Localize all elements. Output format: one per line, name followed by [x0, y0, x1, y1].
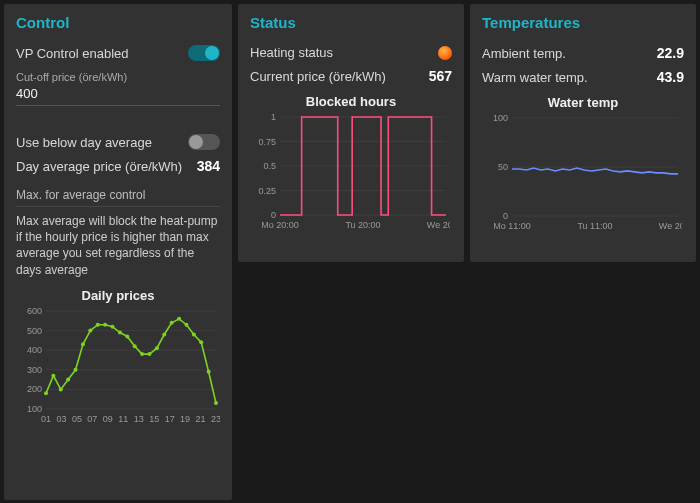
svg-text:11: 11: [118, 414, 128, 424]
heating-status-label: Heating status: [250, 45, 333, 60]
warm-water-value: 43.9: [657, 69, 684, 85]
svg-point-47: [214, 401, 218, 405]
svg-text:0.75: 0.75: [258, 137, 276, 147]
svg-point-38: [147, 352, 151, 356]
heating-status-indicator: [438, 46, 452, 60]
control-title: Control: [16, 14, 220, 31]
max-avg-help: Max average will block the heat-pump if …: [16, 213, 220, 278]
use-below-label: Use below day average: [16, 135, 152, 150]
svg-text:01: 01: [41, 414, 51, 424]
svg-text:200: 200: [27, 384, 42, 394]
svg-text:We 20:00: We 20:00: [659, 221, 682, 231]
svg-point-45: [199, 340, 203, 344]
svg-point-37: [140, 352, 144, 356]
svg-text:19: 19: [180, 414, 190, 424]
svg-point-35: [125, 334, 129, 338]
svg-point-24: [44, 391, 48, 395]
svg-text:Mo 20:00: Mo 20:00: [261, 220, 299, 230]
svg-point-40: [162, 332, 166, 336]
svg-point-36: [133, 344, 137, 348]
svg-text:300: 300: [27, 365, 42, 375]
day-avg-value: 384: [197, 158, 220, 174]
svg-text:23: 23: [211, 414, 220, 424]
max-avg-header: Max. for average control: [16, 188, 220, 207]
svg-text:400: 400: [27, 345, 42, 355]
svg-text:13: 13: [134, 414, 144, 424]
temperatures-title: Temperatures: [482, 14, 684, 31]
svg-point-29: [81, 342, 85, 346]
ambient-temp-value: 22.9: [657, 45, 684, 61]
temperatures-panel: Temperatures Ambient temp. 22.9 Warm wat…: [470, 4, 696, 262]
use-below-toggle[interactable]: [188, 134, 220, 150]
cutoff-label: Cut-off price (öre/kWh): [16, 71, 220, 83]
svg-text:05: 05: [72, 414, 82, 424]
blocked-hours-title: Blocked hours: [250, 94, 452, 109]
day-avg-label: Day average price (öre/kWh): [16, 159, 182, 174]
svg-point-28: [74, 368, 78, 372]
svg-text:0: 0: [271, 210, 276, 220]
vp-control-toggle[interactable]: [188, 45, 220, 61]
svg-text:Tu 11:00: Tu 11:00: [577, 221, 612, 231]
svg-text:1: 1: [271, 112, 276, 122]
svg-text:0.5: 0.5: [263, 161, 276, 171]
svg-text:17: 17: [165, 414, 175, 424]
control-panel: Control VP Control enabled Cut-off price…: [4, 4, 232, 500]
svg-text:07: 07: [87, 414, 97, 424]
cutoff-input[interactable]: [16, 83, 220, 106]
svg-point-31: [96, 322, 100, 326]
daily-prices-chart: 1002003004005006000103050709111315171921…: [16, 305, 220, 425]
status-title: Status: [250, 14, 452, 31]
svg-point-30: [88, 328, 92, 332]
svg-text:15: 15: [149, 414, 159, 424]
svg-point-26: [59, 387, 63, 391]
svg-text:100: 100: [27, 404, 42, 414]
water-temp-chart: 050100Mo 11:00Tu 11:00We 20:00: [482, 112, 682, 232]
ambient-temp-label: Ambient temp.: [482, 46, 566, 61]
current-price-value: 567: [429, 68, 452, 84]
svg-point-25: [51, 373, 55, 377]
svg-point-42: [177, 317, 181, 321]
svg-text:Tu 20:00: Tu 20:00: [345, 220, 380, 230]
svg-point-32: [103, 322, 107, 326]
svg-point-41: [170, 321, 174, 325]
svg-point-27: [66, 377, 70, 381]
svg-point-33: [111, 324, 115, 328]
svg-text:600: 600: [27, 306, 42, 316]
svg-text:We 20:00: We 20:00: [427, 220, 450, 230]
svg-point-34: [118, 330, 122, 334]
svg-text:09: 09: [103, 414, 113, 424]
blocked-hours-chart: 00.250.50.751Mo 20:00Tu 20:00We 20:00: [250, 111, 450, 231]
svg-point-43: [184, 322, 188, 326]
svg-text:0.25: 0.25: [258, 186, 276, 196]
svg-text:21: 21: [196, 414, 206, 424]
daily-prices-title: Daily prices: [16, 288, 220, 303]
warm-water-label: Warm water temp.: [482, 70, 588, 85]
svg-text:0: 0: [503, 211, 508, 221]
svg-point-44: [192, 332, 196, 336]
vp-control-label: VP Control enabled: [16, 46, 129, 61]
svg-text:Mo 11:00: Mo 11:00: [493, 221, 531, 231]
svg-text:500: 500: [27, 325, 42, 335]
current-price-label: Current price (öre/kWh): [250, 69, 386, 84]
svg-text:100: 100: [493, 113, 508, 123]
water-temp-title: Water temp: [482, 95, 684, 110]
svg-point-39: [155, 346, 159, 350]
svg-text:50: 50: [498, 162, 508, 172]
svg-text:03: 03: [56, 414, 66, 424]
svg-point-46: [207, 370, 211, 374]
status-panel: Status Heating status Current price (öre…: [238, 4, 464, 262]
